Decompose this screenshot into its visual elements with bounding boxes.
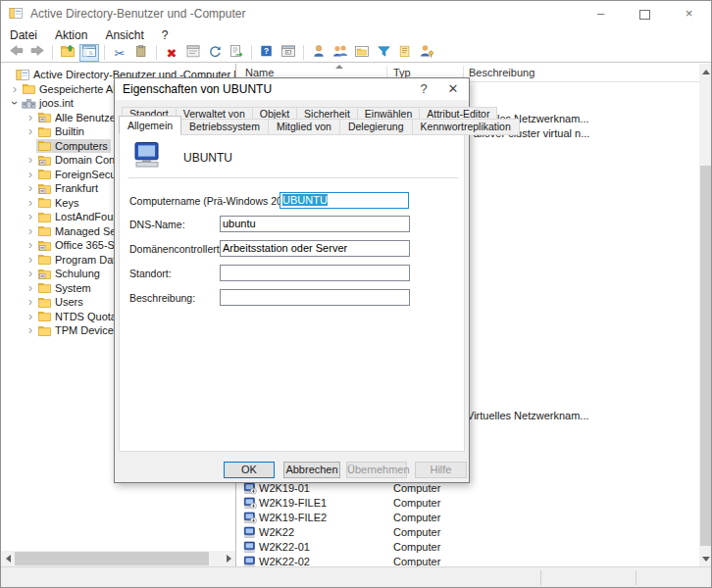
tree-item-system[interactable]: ›System xyxy=(25,281,94,295)
toolbar-button-delegate-user[interactable] xyxy=(417,44,436,62)
expander-collapsed-icon[interactable]: › xyxy=(25,124,36,138)
expander-collapsed-icon[interactable]: › xyxy=(25,168,36,181)
toolbar-button-add-user[interactable] xyxy=(309,44,329,62)
dialog-button-ok[interactable]: OK xyxy=(224,462,275,478)
tree-item-builtin[interactable]: ›Builtin xyxy=(25,124,87,138)
dialog-title-bar: Eigenschaften von UBUNTU ? ✕ xyxy=(115,78,469,100)
expander-expanded-icon[interactable]: › xyxy=(8,97,22,109)
toolbar-button-console-window[interactable] xyxy=(279,44,298,62)
expander-collapsed-icon[interactable]: › xyxy=(25,224,36,238)
toolbar-button-delete[interactable]: ✖ xyxy=(162,44,181,62)
dialog-button-abbrechen[interactable]: Abbrechen xyxy=(283,462,340,478)
list-row-w2k19-file1[interactable]: W2K19-FILE1Computer xyxy=(237,496,699,511)
status-bar xyxy=(1,566,711,588)
expander-collapsed-icon[interactable]: › xyxy=(25,267,36,280)
tree-item-ntds-quotas[interactable]: ›NTDS Quotas xyxy=(25,310,125,323)
scroll-left-button[interactable] xyxy=(1,551,15,566)
list-row-w2k22-02[interactable]: W2K22-02Computer xyxy=(237,555,699,566)
menu-item-datei[interactable]: Datei xyxy=(1,28,46,42)
toolbar-button-set-log[interactable] xyxy=(395,44,415,62)
maximize-button[interactable] xyxy=(623,1,667,26)
toolbar-button-paste[interactable] xyxy=(131,44,151,62)
vertical-scroll-thumb[interactable] xyxy=(700,166,712,546)
toolbar-button-back-arrow[interactable] xyxy=(6,44,25,62)
app-icon xyxy=(9,6,25,22)
toolbar-button-open-parent-folder[interactable] xyxy=(58,44,77,62)
toolbar-separator xyxy=(156,45,157,60)
toolbar-button-filter[interactable] xyxy=(374,44,393,62)
title-bar: Active Directory-Benutzer und -Computer … xyxy=(1,1,711,26)
dialog-help-icon[interactable]: ? xyxy=(410,78,437,100)
tree-item-users[interactable]: ›Users xyxy=(25,295,86,309)
forward-arrow-icon xyxy=(29,43,46,62)
tab-delegierung[interactable]: Delegierung xyxy=(339,119,413,135)
tree-horizontal-scrollbar[interactable] xyxy=(1,551,235,566)
toolbar-button-export-list[interactable] xyxy=(227,44,246,62)
tab-mitglied-von[interactable]: Mitglied von xyxy=(268,119,340,135)
tree-item-keys[interactable]: ›Keys xyxy=(25,196,81,210)
tree-item-schulung[interactable]: ›Schulung xyxy=(25,267,103,280)
tab-kennwortreplikation[interactable]: Kennwortreplikation xyxy=(412,119,520,135)
field-input-dom-nencontrollertyp-[interactable]: Arbeitsstation oder Server xyxy=(220,240,410,257)
scroll-down-button[interactable] xyxy=(699,551,712,566)
lr-name: W2K22-01 xyxy=(259,541,310,553)
scroll-up-button[interactable] xyxy=(699,64,712,79)
expander-collapsed-icon[interactable]: › xyxy=(9,82,21,96)
list-row-w2k22[interactable]: W2K22Computer xyxy=(237,525,699,540)
menu-item-[interactable]: ? xyxy=(153,28,178,42)
list-vertical-scrollbar[interactable] xyxy=(699,64,712,566)
column-header-beschreibung[interactable]: Beschreibung xyxy=(469,67,534,78)
expander-collapsed-icon[interactable]: › xyxy=(25,196,36,210)
toolbar-button-add-group[interactable] xyxy=(331,44,350,62)
field-input-beschreibung-[interactable] xyxy=(220,289,410,306)
toolbar-separator xyxy=(251,45,252,60)
expander-collapsed-icon[interactable]: › xyxy=(25,111,36,124)
tab-allgemein[interactable]: Allgemein xyxy=(119,116,181,135)
toolbar-button-help[interactable]: ? xyxy=(257,44,277,62)
field-label-0: Computername (Prä-Windows 2000): xyxy=(129,195,300,207)
tree-item-lostandfound[interactable]: ›LostAndFound xyxy=(25,210,128,223)
delete-icon: ✖ xyxy=(167,44,178,62)
expander-collapsed-icon[interactable]: › xyxy=(25,238,36,252)
toolbar-button-show-console-tree[interactable] xyxy=(79,44,99,62)
menu-item-ansicht[interactable]: Ansicht xyxy=(96,28,152,42)
tree-item-computers[interactable]: Computers xyxy=(25,139,111,153)
expander-collapsed-icon[interactable]: › xyxy=(25,310,36,323)
list-row-w2k19-01[interactable]: W2K19-01Computer xyxy=(237,481,699,496)
show-console-tree-icon xyxy=(81,44,97,62)
expander-collapsed-icon[interactable]: › xyxy=(25,181,36,195)
tab-betriebssystem[interactable]: Betriebssystem xyxy=(180,119,269,135)
tree-item-label: Frankfurt xyxy=(55,182,98,194)
toolbar-button-properties[interactable] xyxy=(183,44,203,62)
scroll-right-button[interactable] xyxy=(222,551,235,566)
expander-collapsed-icon[interactable]: › xyxy=(25,253,36,267)
expander-collapsed-icon[interactable]: › xyxy=(25,281,36,295)
close-button[interactable]: × xyxy=(667,1,711,26)
console-root-icon xyxy=(16,69,30,81)
tree-item-joos-int[interactable]: ›joos.int xyxy=(9,96,76,110)
field-input-computername-pr-windows-[interactable]: UBUNTU xyxy=(280,192,409,209)
list-row-w2k22-01[interactable]: W2K22-01Computer xyxy=(237,540,699,555)
expander-collapsed-icon[interactable]: › xyxy=(25,210,36,223)
field-input-dns-name-[interactable]: ubuntu xyxy=(220,216,410,232)
domain-icon xyxy=(22,97,36,110)
field-input-standort-[interactable] xyxy=(220,265,410,281)
menu-item-aktion[interactable]: Aktion xyxy=(46,28,96,42)
toolbar-button-add-ou[interactable] xyxy=(352,44,372,62)
dialog-close-icon[interactable]: ✕ xyxy=(439,78,467,100)
minimize-button[interactable]: – xyxy=(579,1,623,26)
tree-item-program-data[interactable]: ›Program Data xyxy=(25,253,125,267)
expander-collapsed-icon[interactable]: › xyxy=(25,295,36,309)
expander-collapsed-icon[interactable]: › xyxy=(25,323,36,337)
toolbar-button-forward-arrow[interactable] xyxy=(27,44,47,62)
tree-item-label: TPM Devices xyxy=(55,324,119,336)
expander-collapsed-icon[interactable]: › xyxy=(25,153,36,167)
tree-item-label: Program Data xyxy=(55,254,122,266)
horizontal-scroll-thumb[interactable] xyxy=(15,552,209,565)
tree-item-tpm-devices[interactable]: ›TPM Devices xyxy=(25,323,122,337)
toolbar-button-refresh[interactable] xyxy=(205,44,225,62)
tree-item-frankfurt[interactable]: ›Frankfurt xyxy=(25,181,101,195)
toolbar-button-cut[interactable]: ✂ xyxy=(110,44,129,62)
list-row-w2k19-file2[interactable]: W2K19-FILE2Computer xyxy=(237,511,699,525)
toolbar-separator xyxy=(303,45,304,60)
